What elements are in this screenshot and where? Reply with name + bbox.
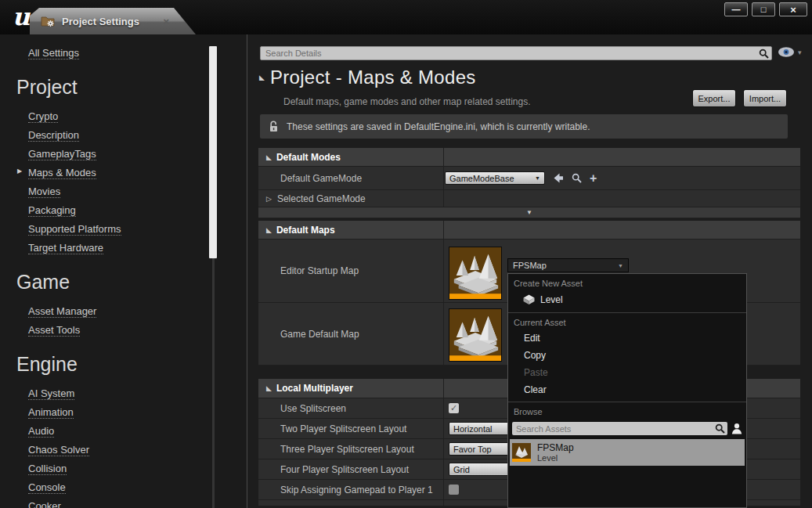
sidebar-item-audio[interactable]: Audio [28, 425, 54, 438]
sidebar-item-console[interactable]: Console [28, 481, 66, 494]
config-notice-text: These settings are saved in DefaultEngin… [287, 121, 590, 132]
sidebar-item-chaos-solver[interactable]: Chaos Solver [28, 444, 89, 456]
page-collapse-arrow[interactable]: ◣ [259, 74, 265, 81]
eye-icon [778, 46, 795, 58]
config-notice-bar: These settings are saved in DefaultEngin… [260, 114, 788, 139]
maximize-button[interactable]: □ [752, 2, 775, 16]
sidebar-item-ai-system[interactable]: AI System [28, 387, 74, 400]
two-player-layout-label: Two Player Splitscreen Layout [258, 419, 444, 438]
sidebar-section-engine: Engine [16, 353, 203, 376]
sidebar-item-animation[interactable]: Animation [28, 406, 74, 419]
sidebar-item-maps-and-modes[interactable]: Maps & Modes [28, 167, 96, 179]
default-gamemode-combobox[interactable]: GameModeBase ▼ [445, 171, 545, 185]
use-selected-arrow-button[interactable] [553, 173, 564, 183]
active-item-marker-icon: ▶ [17, 168, 22, 175]
editor-startup-map-thumbnail[interactable] [449, 247, 502, 300]
asset-filter-person-button[interactable] [731, 423, 742, 434]
two-player-layout-value: Horizontal [453, 424, 493, 434]
default-gamemode-label: Default GameMode [258, 167, 444, 189]
sidebar-item-asset-manager[interactable]: Asset Manager [28, 305, 96, 318]
sidebar-item-packaging[interactable]: Packaging [28, 204, 76, 217]
menu-item-copy[interactable]: Copy [508, 347, 746, 364]
search-details-bar [260, 46, 772, 60]
four-player-layout-label: Four Player Splitscreen Layout [258, 459, 444, 479]
import-button[interactable]: Import... [743, 89, 787, 107]
minimize-button[interactable]: — [724, 2, 748, 16]
settings-sidebar: All Settings Project Crypto Description … [0, 34, 247, 508]
collapse-arrow-icon: ◣ [266, 384, 272, 392]
menu-item-clear[interactable]: Clear [508, 381, 746, 398]
titlebar: u Project Settings × — □ × [0, 0, 812, 34]
menu-item-level[interactable]: Level [508, 290, 746, 309]
search-icon [715, 423, 725, 434]
menu-item-paste: Paste [508, 364, 746, 381]
sidebar-section-game: Game [16, 271, 203, 294]
sidebar-item-movies[interactable]: Movies [28, 186, 60, 198]
sidebar-item-gameplaytags[interactable]: GameplayTags [28, 148, 96, 160]
expand-arrow-icon[interactable]: ▷ [266, 195, 272, 203]
level-item-label: Level [540, 294, 563, 305]
tab-project-settings[interactable]: Project Settings × [30, 8, 196, 34]
asset-result-type: Level [537, 453, 574, 463]
three-player-layout-label: Three Player Splitscreen Layout [258, 439, 444, 459]
editor-startup-map-label: Editor Startup Map [258, 240, 444, 302]
page-title: Project - Maps & Modes [270, 67, 476, 88]
sidebar-item-all-settings[interactable]: All Settings [28, 47, 79, 59]
tab-label: Project Settings [62, 16, 139, 27]
unlock-icon [269, 121, 279, 132]
row-default-gamemode: Default GameMode GameModeBase ▼ [258, 167, 800, 190]
export-button[interactable]: Export... [692, 89, 736, 107]
asset-picker-menu: Create New Asset Level Current Asset Edi… [507, 273, 747, 508]
use-splitscreen-label: Use Splitscreen [258, 398, 444, 418]
default-gamemode-value: GameModeBase [449, 174, 514, 183]
editor-startup-map-combobox[interactable]: FPSMap ▼ [507, 258, 629, 272]
row-selected-gamemode: ▷ Selected GameMode [258, 190, 800, 207]
sidebar-item-description[interactable]: Description [28, 129, 79, 142]
sidebar-section-project: Project [16, 76, 203, 99]
advanced-expander[interactable]: ▼ [258, 207, 800, 218]
menu-item-edit[interactable]: Edit [508, 330, 746, 347]
section-title: Local Multiplayer [276, 383, 353, 394]
game-default-map-thumbnail[interactable] [449, 308, 502, 362]
combo-caret-icon: ▼ [618, 263, 623, 268]
create-new-asset-header: Create New Asset [508, 274, 746, 290]
search-details-input[interactable] [261, 49, 759, 58]
section-header-default-maps[interactable]: ◣ Default Maps [258, 221, 800, 240]
game-default-map-label: Game Default Map [258, 303, 444, 365]
sidebar-item-collision[interactable]: Collision [28, 463, 67, 475]
sidebar-item-cooker[interactable]: Cooker [28, 500, 61, 508]
tab-close-button[interactable]: × [163, 16, 169, 27]
sidebar-item-crypto[interactable]: Crypto [28, 110, 58, 123]
selected-gamemode-label: Selected GameMode [277, 193, 366, 204]
close-button[interactable]: × [779, 2, 807, 16]
section-title: Default Maps [276, 225, 335, 236]
asset-result-name: FPSMap [537, 442, 574, 453]
section-header-default-modes[interactable]: ◣ Default Modes [258, 148, 800, 167]
sidebar-item-asset-tools[interactable]: Asset Tools [28, 324, 80, 337]
collapse-arrow-icon: ◣ [266, 153, 272, 161]
sidebar-item-target-hardware[interactable]: Target Hardware [28, 242, 103, 254]
skip-assigning-gamepad-checkbox[interactable] [449, 485, 459, 495]
sidebar-scrollbar[interactable] [209, 46, 217, 258]
editor-startup-map-value: FPSMap [513, 261, 547, 270]
project-settings-window: u Project Settings × — □ × All Settings … [0, 0, 812, 508]
asset-result-thumbnail [512, 443, 531, 462]
four-player-layout-value: Grid [453, 465, 470, 474]
search-assets-bar [512, 422, 727, 435]
browse-header: Browse [508, 402, 746, 419]
browse-asset-button[interactable] [572, 173, 582, 183]
page-subtitle: Default maps, game modes and other map r… [283, 96, 531, 107]
chevron-down-icon: ▾ [798, 49, 802, 56]
sidebar-item-supported-platforms[interactable]: Supported Platforms [28, 223, 121, 236]
view-options-button[interactable]: ▾ [778, 46, 802, 58]
skip-assigning-gamepad-label: Skip Assigning Gamepad to Player 1 [258, 480, 444, 499]
folder-gear-icon [41, 15, 56, 27]
search-assets-input[interactable] [512, 424, 715, 434]
collapse-arrow-icon: ◣ [266, 226, 272, 234]
search-icon [759, 49, 769, 59]
asset-result-fpsmap[interactable]: FPSMap Level [510, 439, 745, 466]
combo-caret-icon: ▼ [535, 175, 540, 181]
section-title: Default Modes [276, 152, 341, 163]
add-new-button[interactable]: + [590, 173, 597, 183]
use-splitscreen-checkbox[interactable]: ✓ [449, 403, 459, 413]
